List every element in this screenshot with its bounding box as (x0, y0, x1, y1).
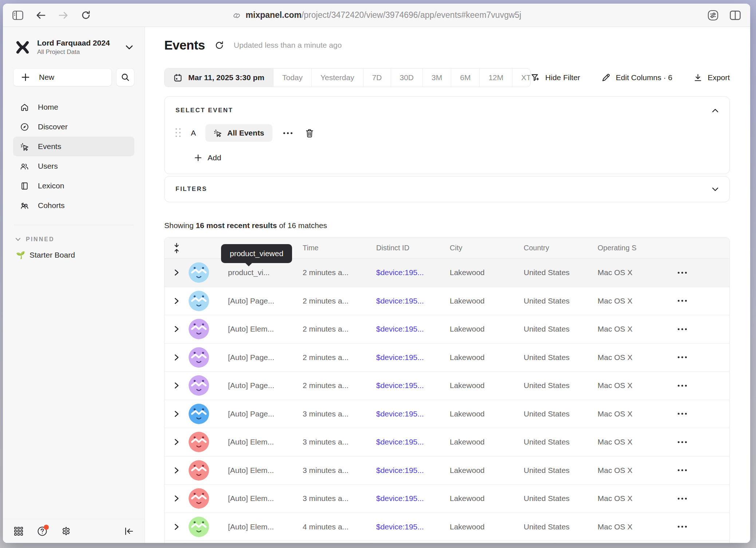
sidebar-item-lexicon[interactable]: Lexicon (13, 176, 134, 196)
event-row-more-button[interactable] (283, 132, 292, 134)
row-actions-button[interactable] (678, 413, 687, 415)
split-view-icon[interactable] (730, 11, 741, 20)
sidebar-bottom-bar (3, 519, 145, 543)
chevron-down-icon[interactable] (712, 187, 718, 191)
row-expand-chevron-icon[interactable] (174, 467, 179, 474)
table-row[interactable]: [Auto] Elem... 3 minutes a... $device:19… (165, 485, 729, 513)
row-expand-chevron-icon[interactable] (174, 438, 179, 446)
apps-grid-icon[interactable] (14, 527, 23, 536)
table-row[interactable]: [Auto] Page... 2 minutes a... $device:19… (165, 344, 729, 372)
preset-today[interactable]: Today (273, 68, 311, 87)
collapse-sidebar-icon[interactable] (124, 527, 134, 536)
table-row[interactable]: [Auto] Elem... 4 minutes a... $device:19… (165, 513, 729, 541)
filters-panel[interactable]: FILTERS (164, 176, 730, 202)
row-expand-chevron-icon[interactable] (174, 523, 179, 531)
row-actions-button[interactable] (678, 356, 687, 358)
refresh-icon[interactable] (214, 40, 224, 50)
row-expand-chevron-icon[interactable] (174, 382, 179, 389)
row-expand-chevron-icon[interactable] (174, 297, 179, 305)
row-expand-chevron-icon[interactable] (174, 495, 179, 502)
trash-icon[interactable] (305, 128, 314, 138)
add-event-button[interactable]: Add (194, 153, 718, 162)
event-avatar-sky (189, 262, 209, 283)
table-row[interactable]: [Auto] Page... 2 minutes a... $device:19… (165, 372, 729, 400)
event-name: [Auto] Elem... (216, 494, 303, 503)
table-row[interactable]: [Auto] Page... 2 minutes a... $device:19… (165, 287, 729, 316)
sidebar-item-discover[interactable]: Discover (13, 117, 134, 137)
help-button[interactable] (37, 526, 47, 536)
export-button[interactable]: Export (693, 73, 730, 82)
row-actions-button[interactable] (678, 300, 687, 302)
table-row[interactable]: [Auto] Elem... 4 minutes a... $device:19… (165, 541, 729, 543)
table-row[interactable]: [Auto] Elem... 3 minutes a... $device:19… (165, 428, 729, 457)
row-actions-button[interactable] (678, 526, 687, 528)
results-summary: Showing 16 most recent results of 16 mat… (164, 221, 730, 230)
event-selector-pill[interactable]: All Events (205, 124, 272, 142)
event-os: Mac OS X (598, 438, 670, 446)
row-expand-chevron-icon[interactable] (174, 354, 179, 361)
table-row[interactable]: [Auto] Elem... 3 minutes a... $device:19… (165, 457, 729, 485)
column-header-os[interactable]: Operating S (598, 244, 670, 252)
row-expand-chevron-icon[interactable] (174, 325, 179, 333)
workspace-switcher[interactable]: Lord Farquaad 2024 All Project Data (13, 39, 134, 56)
cohorts-icon (20, 201, 29, 210)
preset-7d[interactable]: 7D (363, 68, 391, 87)
column-header-distinct-id[interactable]: Distinct ID (376, 244, 450, 252)
row-actions-button[interactable] (678, 328, 687, 330)
preset-yesterday[interactable]: Yesterday (311, 68, 363, 87)
preset-xtd[interactable]: XTD (512, 68, 531, 87)
distinct-id-link[interactable]: $device:195... (376, 410, 424, 418)
row-expand-chevron-icon[interactable] (174, 410, 179, 418)
address-bar[interactable]: mixpanel.com/project/3472420/view/397469… (232, 4, 521, 27)
distinct-id-link[interactable]: $device:195... (376, 325, 424, 333)
sidebar-toggle-icon[interactable] (12, 11, 23, 20)
drag-handle[interactable] (176, 128, 181, 138)
sidebar-item-home[interactable]: Home (13, 97, 134, 117)
pinned-item-starter-board[interactable]: 🌱 Starter Board (13, 251, 134, 259)
hide-filter-button[interactable]: Hide Filter (531, 73, 580, 82)
reload-button-icon[interactable] (81, 10, 91, 20)
event-os: Mac OS X (598, 353, 670, 362)
distinct-id-link[interactable]: $device:195... (376, 466, 424, 475)
back-button-icon[interactable] (36, 11, 46, 20)
sidebar-item-label: Events (38, 142, 61, 151)
pinned-section-header[interactable]: PINNED (13, 236, 134, 243)
sidebar-item-cohorts[interactable]: Cohorts (13, 196, 134, 215)
preset-12m[interactable]: 12M (479, 68, 512, 87)
column-header-city[interactable]: City (450, 244, 524, 252)
distinct-id-link[interactable]: $device:195... (376, 353, 424, 362)
settings-gear-icon[interactable] (61, 526, 71, 536)
column-header-time[interactable]: Time (303, 244, 376, 252)
row-actions-button[interactable] (678, 441, 687, 443)
sidebar-item-events[interactable]: Events (13, 137, 134, 156)
date-range-current[interactable]: Mar 11, 2025 3:30 pm (165, 68, 273, 87)
search-button[interactable] (116, 68, 134, 86)
forward-button-icon[interactable] (58, 11, 68, 20)
preset-30d[interactable]: 30D (391, 68, 423, 87)
new-button[interactable]: New (13, 68, 112, 86)
distinct-id-link[interactable]: $device:195... (376, 438, 424, 446)
main-content: Events Updated less than a minute ago Ma… (145, 27, 750, 543)
distinct-id-link[interactable]: $device:195... (376, 522, 424, 531)
row-actions-button[interactable] (678, 498, 687, 500)
preset-6m[interactable]: 6M (451, 68, 479, 87)
row-actions-button[interactable] (678, 385, 687, 387)
page-settings-icon[interactable] (707, 9, 719, 21)
distinct-id-link[interactable]: $device:195... (376, 297, 424, 305)
search-icon (121, 73, 130, 82)
select-event-label: SELECT EVENT (176, 107, 233, 114)
row-expand-chevron-icon[interactable] (174, 269, 179, 276)
distinct-id-link[interactable]: $device:195... (376, 381, 424, 390)
preset-3m[interactable]: 3M (422, 68, 451, 87)
column-header-country[interactable]: Country (524, 244, 598, 252)
distinct-id-link[interactable]: $device:195... (376, 494, 424, 503)
sidebar-item-users[interactable]: Users (13, 156, 134, 176)
row-actions-button[interactable] (678, 469, 687, 471)
table-row[interactable]: [Auto] Elem... 2 minutes a... $device:19… (165, 315, 729, 344)
sort-time-icon[interactable] (173, 242, 181, 254)
row-actions-button[interactable] (678, 272, 687, 274)
table-row[interactable]: [Auto] Page... 3 minutes a... $device:19… (165, 400, 729, 428)
distinct-id-link[interactable]: $device:195... (376, 268, 424, 277)
edit-columns-button[interactable]: Edit Columns · 6 (601, 73, 672, 82)
chevron-up-icon[interactable] (712, 109, 718, 113)
